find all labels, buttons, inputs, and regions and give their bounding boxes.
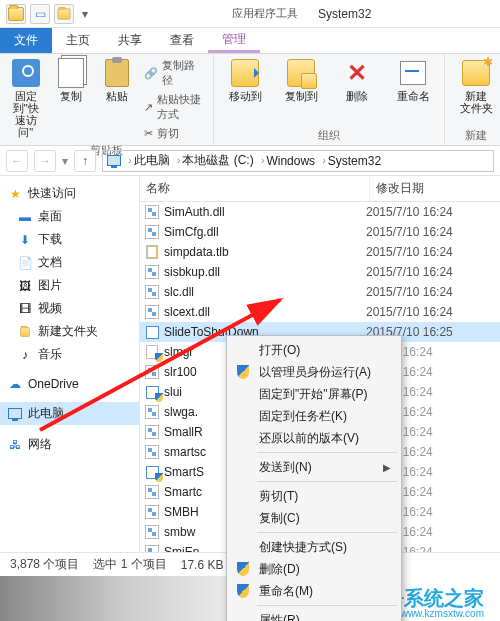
thispc-icon — [107, 155, 121, 166]
menu-restore[interactable]: 还原以前的版本(V) — [229, 427, 399, 449]
copy-button[interactable]: 复制 — [53, 58, 88, 102]
file-row[interactable]: SimAuth.dll2015/7/10 16:24 — [140, 202, 500, 222]
menu-pin-start[interactable]: 固定到"开始"屏幕(P) — [229, 383, 399, 405]
nav-forward-button[interactable]: → — [34, 150, 56, 172]
cloud-icon: ☁ — [8, 377, 22, 391]
col-modified[interactable]: 修改日期 — [370, 176, 500, 201]
status-size: 17.6 KB — [181, 558, 224, 572]
file-name: simpdata.tlb — [164, 245, 366, 259]
breadcrumb[interactable]: › 此电脑 › 本地磁盘 (C:) › Windows › System32 — [102, 150, 494, 172]
file-row[interactable]: simpdata.tlb2015/7/10 16:24 — [140, 242, 500, 262]
titlebar: ▭ ▾ 应用程序工具 System32 — [0, 0, 500, 28]
submenu-arrow-icon: ▶ — [383, 462, 391, 473]
rename-button[interactable]: 重命名 — [390, 58, 436, 102]
nav-network[interactable]: 🖧网络 — [0, 433, 139, 456]
file-date: 2015/7/10 16:24 — [366, 265, 496, 279]
paste-button[interactable]: 粘贴 — [99, 58, 134, 102]
shortcut-icon: ↗ — [144, 101, 153, 114]
shield-icon — [235, 583, 251, 599]
nav-up-button[interactable]: ↑ — [74, 150, 96, 172]
nav-desktop[interactable]: ▬桌面 — [0, 205, 139, 228]
file-name: slcext.dll — [164, 305, 366, 319]
exe-icon — [144, 384, 160, 400]
paste-icon — [102, 58, 132, 88]
nav-quick-access[interactable]: ★快速访问 — [0, 182, 139, 205]
paste-shortcut-button[interactable]: ↗粘贴快捷方式 — [144, 92, 205, 122]
qat-newfolder-icon[interactable] — [54, 4, 74, 24]
nav-thispc[interactable]: 此电脑 — [0, 402, 139, 425]
pin-quick-access-button[interactable]: 固定到"快 速访问" — [8, 58, 43, 138]
watermark-url: www.kzmsxtw.com — [401, 608, 484, 619]
nav-videos[interactable]: 🎞视频 — [0, 297, 139, 320]
menu-copy[interactable]: 复制(C) — [229, 507, 399, 529]
shield-icon — [235, 364, 251, 380]
shield-icon — [235, 561, 251, 577]
group-organize-label: 组织 — [222, 126, 436, 143]
explorer-icon[interactable] — [6, 4, 26, 24]
nav-back-button[interactable]: ← — [6, 150, 28, 172]
dll-icon — [144, 264, 160, 280]
nav-newfolder[interactable]: 新建文件夹 — [0, 320, 139, 343]
qat-properties-icon[interactable]: ▭ — [30, 4, 50, 24]
dll-icon — [144, 484, 160, 500]
tab-manage[interactable]: 管理 — [208, 28, 260, 53]
menu-cut[interactable]: 剪切(T) — [229, 485, 399, 507]
menu-create-shortcut[interactable]: 创建快捷方式(S) — [229, 536, 399, 558]
menu-pin-taskbar[interactable]: 固定到任务栏(K) — [229, 405, 399, 427]
cut-button[interactable]: ✂剪切 — [144, 126, 205, 141]
tab-share[interactable]: 共享 — [104, 28, 156, 53]
file-row[interactable]: slc.dll2015/7/10 16:24 — [140, 282, 500, 302]
exe-icon — [144, 324, 160, 340]
file-date: 2015/7/10 16:24 — [366, 205, 496, 219]
menu-rename[interactable]: 重命名(M) — [229, 580, 399, 602]
col-name[interactable]: 名称 — [140, 176, 370, 201]
pin-icon — [11, 58, 41, 88]
file-date: 2015/7/10 16:24 — [366, 225, 496, 239]
file-row[interactable]: slcext.dll2015/7/10 16:24 — [140, 302, 500, 322]
group-new-label: 新建 — [453, 126, 499, 143]
nav-downloads[interactable]: ⬇下载 — [0, 228, 139, 251]
delete-button[interactable]: ✕ 删除 — [334, 58, 380, 102]
dll-icon — [144, 524, 160, 540]
nav-history-dropdown[interactable]: ▾ — [62, 154, 68, 168]
copy-path-button[interactable]: 🔗复制路径 — [144, 58, 205, 88]
rename-icon — [398, 58, 428, 88]
dll-icon — [144, 504, 160, 520]
dll-icon — [144, 364, 160, 380]
dll-icon — [144, 544, 160, 552]
dll-icon — [144, 444, 160, 460]
menu-delete[interactable]: 删除(D) — [229, 558, 399, 580]
ribbon: 固定到"快 速访问" 复制 粘贴 🔗复制路径 ↗粘贴快捷方式 ✂剪切 剪贴板 移… — [0, 54, 500, 146]
pc-icon — [8, 407, 22, 421]
menu-properties[interactable]: 属性(R) — [229, 609, 399, 621]
nav-onedrive[interactable]: ☁OneDrive — [0, 374, 139, 394]
file-date: 2015/7/10 16:24 — [366, 285, 496, 299]
dll-icon — [144, 204, 160, 220]
menu-open[interactable]: 打开(O) — [229, 339, 399, 361]
file-name: SimAuth.dll — [164, 205, 366, 219]
dll-icon — [144, 304, 160, 320]
ribbon-tabs: 文件 主页 共享 查看 管理 — [0, 28, 500, 54]
nav-pictures[interactable]: 🖼图片 — [0, 274, 139, 297]
status-item-count: 3,878 个项目 — [10, 556, 79, 573]
window-title: System32 — [318, 7, 371, 21]
copy-to-button[interactable]: 复制到 — [278, 58, 324, 102]
nav-music[interactable]: ♪音乐 — [0, 343, 139, 366]
file-row[interactable]: SimCfg.dll2015/7/10 16:24 — [140, 222, 500, 242]
file-row[interactable]: sisbkup.dll2015/7/10 16:24 — [140, 262, 500, 282]
qat-dropdown-icon[interactable]: ▾ — [78, 7, 92, 21]
new-folder-button[interactable]: 新建 文件夹 — [453, 58, 499, 114]
document-icon: 📄 — [18, 256, 32, 270]
tab-file[interactable]: 文件 — [0, 28, 52, 53]
status-selected: 选中 1 个项目 — [93, 556, 166, 573]
dll-icon — [144, 404, 160, 420]
column-headers[interactable]: 名称 修改日期 — [140, 176, 500, 202]
tab-home[interactable]: 主页 — [52, 28, 104, 53]
nav-documents[interactable]: 📄文档 — [0, 251, 139, 274]
menu-send-to[interactable]: 发送到(N)▶ — [229, 456, 399, 478]
nav-pane: ★快速访问 ▬桌面 ⬇下载 📄文档 🖼图片 🎞视频 新建文件夹 ♪音乐 ☁One… — [0, 176, 140, 552]
menu-run-admin[interactable]: 以管理员身份运行(A) — [229, 361, 399, 383]
dll-icon — [144, 284, 160, 300]
move-to-button[interactable]: 移动到 — [222, 58, 268, 102]
tab-view[interactable]: 查看 — [156, 28, 208, 53]
